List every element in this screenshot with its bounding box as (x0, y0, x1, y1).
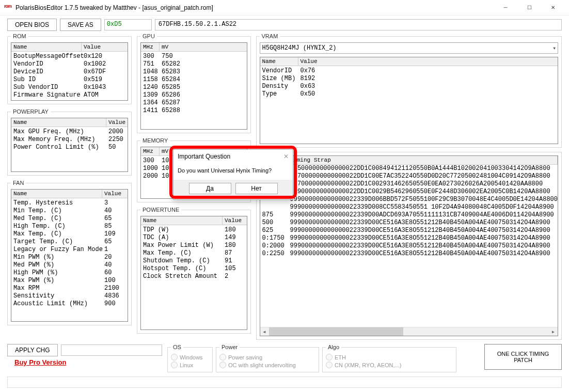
table-row[interactable]: Temp. Hysteresis3 (11, 199, 128, 207)
minimize-icon[interactable]: ─ (494, 0, 517, 15)
table-row[interactable]: 115865284 (141, 76, 247, 84)
powertune-col-name: Name (141, 216, 223, 225)
table-row[interactable]: High Temp. (C)85 (11, 223, 128, 230)
table-row[interactable]: Sensitivity4836 (11, 292, 128, 300)
table-row[interactable]: Acoustic Limit (MHz)900 (11, 300, 128, 308)
table-row[interactable]: 555000000000000022DD1C008494121120550B0A… (260, 165, 558, 173)
table-row[interactable]: Shutdown Temp. (C)91 (141, 257, 247, 265)
table-row[interactable]: Firmware SignatureATOM (11, 91, 128, 99)
table-row[interactable]: 0:2000999000000000000022339D00CE516A3E8O… (260, 242, 558, 250)
table-row[interactable]: Max PWM (%)100 (11, 277, 128, 285)
table-row[interactable]: Type0x50 (260, 90, 558, 98)
table-row[interactable]: 999000000000000022339D006BBD572F5055100F… (260, 196, 558, 203)
table-row[interactable]: 136465287 (141, 99, 247, 107)
cell: 65285 (160, 84, 182, 91)
powertune-grid[interactable]: Name Value TDP (W)180TDC (A)149Max Power… (140, 216, 247, 330)
table-row[interactable]: Min PWM (%)20 (11, 254, 128, 261)
os-linux-radio[interactable]: Linux (171, 361, 209, 369)
table-row[interactable]: DeviceID0x67DF (11, 68, 128, 76)
table-row[interactable]: 141165288 (141, 107, 247, 115)
close-icon[interactable]: ✕ (541, 0, 565, 15)
important-question-dialog: Important Question ✕ Do you want Univers… (173, 149, 293, 200)
table-row[interactable]: Max Temp. (C)109 (11, 230, 128, 238)
fan-grid[interactable]: Name Value Temp. Hysteresis3Min Temp. (C… (11, 189, 128, 322)
powerplay-grid[interactable]: Name Value Max GPU Freq. (MHz)2000Max Me… (11, 118, 128, 172)
table-row[interactable]: TDC (A)149 (141, 234, 247, 242)
dialog-close-icon[interactable]: ✕ (283, 153, 289, 160)
apply-value-field[interactable] (61, 344, 162, 356)
gpu-grid[interactable]: MHz mV 300750751652821048652831158652841… (140, 42, 247, 130)
table-row[interactable]: Med PWM (%)40 (11, 261, 128, 269)
table-row[interactable]: Med Temp. (C)65 (11, 215, 128, 223)
cell: 900 (102, 300, 118, 308)
checksum-field[interactable]: 0xD5 (104, 19, 152, 30)
table-row[interactable]: 999000000000000022339D008CC5583450551 10… (260, 203, 558, 211)
table-row[interactable]: 130965286 (141, 91, 247, 99)
power-saving-radio[interactable]: Power saving (219, 353, 315, 361)
table-row[interactable]: Power Control Limit (%)50 (11, 144, 128, 151)
table-row[interactable]: TDP (W)180 (141, 226, 247, 234)
table-row[interactable]: 75165282 (141, 60, 247, 68)
bottom-row: APPLY CHG Buy Pro Version OS Windows Lin… (0, 340, 569, 377)
scroll-right-icon[interactable]: ▶ (549, 327, 558, 336)
table-row[interactable]: Size (MB)8192 (260, 75, 558, 83)
algo-cn-radio[interactable]: CN (XMR, RYO, AEON,...) (326, 361, 453, 369)
cell: Max Memory Freq. (MHz) (11, 136, 106, 144)
maximize-icon[interactable]: ☐ (517, 0, 541, 15)
table-row[interactable]: High PWM (%)60 (11, 269, 128, 277)
table-row[interactable]: Min Temp. (C)40 (11, 207, 128, 215)
table-row[interactable]: Density0x63 (260, 83, 558, 90)
table-row[interactable]: 0:1750999000000000000022339D00CE516A3E8O… (260, 234, 558, 242)
table-row[interactable]: 875999000000000000022339D00ADCD693A70551… (260, 211, 558, 219)
table-row[interactable]: Clock Stretch Amount2 (141, 273, 247, 280)
timing-scrollbar[interactable]: ◀ ▶ (260, 327, 558, 336)
scrollbar-thumb[interactable] (269, 327, 403, 336)
table-row[interactable]: Legacy or Fuzzy Fan Mode1 (11, 246, 128, 254)
scroll-left-icon[interactable]: ◀ (260, 327, 269, 336)
table-row[interactable]: Sub VendorID0x1043 (11, 84, 128, 91)
table-row[interactable]: 104865283 (141, 68, 247, 76)
table-row[interactable]: Max Temp. (C)87 (141, 249, 247, 257)
bios-id-field[interactable]: 67DFHB.15.50.2.1.AS22 (155, 19, 562, 30)
table-row[interactable]: VendorID0x76 (260, 67, 558, 75)
cell: Type (260, 90, 298, 98)
table-row[interactable]: Max RPM2100 (11, 285, 128, 292)
open-bios-button[interactable]: OPEN BIOS (7, 19, 57, 31)
table-row[interactable]: 777000000000000022DD1C002931462650550E0E… (260, 180, 558, 188)
table-row[interactable]: Max Power Limit (W)180 (141, 242, 247, 249)
vram-chip-select[interactable]: H5GQ8H24MJ (HYNIX_2) ▼ (260, 42, 558, 54)
table-row[interactable]: Target Temp. (C)65 (11, 238, 128, 246)
fan-col-value: Value (102, 190, 128, 198)
power-oc-radio[interactable]: OC with slight undervolting (219, 361, 315, 369)
table-row[interactable]: Sub ID0x519 (11, 76, 128, 84)
table-row[interactable]: BootupMessageOffset0x120 (11, 53, 128, 60)
vram-grid[interactable]: Name Value VendorID0x76Size (MB)8192Dens… (260, 57, 558, 144)
table-row[interactable]: 777000000000000022DD1C00E7AC35224O550D0D… (260, 173, 558, 180)
dialog-yes-button[interactable]: Да (189, 183, 231, 194)
dialog-no-button[interactable]: Нет (235, 183, 278, 194)
table-row[interactable]: Max GPU Freq. (MHz)2000 (11, 128, 128, 136)
os-windows-radio[interactable]: Windows (171, 353, 209, 361)
cell: 50 (106, 144, 118, 151)
cell: High PWM (%) (11, 269, 102, 277)
buy-pro-link[interactable]: Buy Pro Version (14, 358, 66, 366)
one-click-timing-button[interactable]: ONE CLICK TIMING PATCH (484, 344, 562, 370)
table-row[interactable]: Hotspot Temp. (C)105 (141, 265, 247, 273)
save-as-button[interactable]: SAVE AS (60, 19, 101, 31)
table-row[interactable]: 999000000000000022DD1C0029B5462960550E0F… (260, 188, 558, 196)
algo-eth-radio[interactable]: ETH (326, 353, 453, 361)
rom-grid[interactable]: Name Value BootupMessageOffset0x120Vendo… (11, 42, 128, 101)
apply-chg-button[interactable]: APPLY CHG (7, 344, 58, 356)
table-row[interactable]: Max Memory Freq. (MHz)2250 (11, 136, 128, 144)
cell: Sub ID (11, 76, 82, 84)
table-row[interactable]: 0:2250999000000000000022339D00CE516A3E8O… (260, 250, 558, 258)
table-row[interactable]: 500999000000000000022339D00CE516A3E8O551… (260, 219, 558, 227)
table-row[interactable]: 300750 (141, 53, 247, 60)
table-row[interactable]: 124065285 (141, 84, 247, 91)
cell: 100 (102, 277, 118, 285)
table-row[interactable]: VendorID0x1002 (11, 60, 128, 68)
timing-grid[interactable]: MHz Timing Strap 555000000000000022DD1C0… (260, 155, 558, 336)
cell: 0x50 (298, 90, 318, 98)
cell: Med PWM (%) (11, 261, 102, 269)
table-row[interactable]: 625999000000000000022339D00CE516A3E8O551… (260, 227, 558, 234)
